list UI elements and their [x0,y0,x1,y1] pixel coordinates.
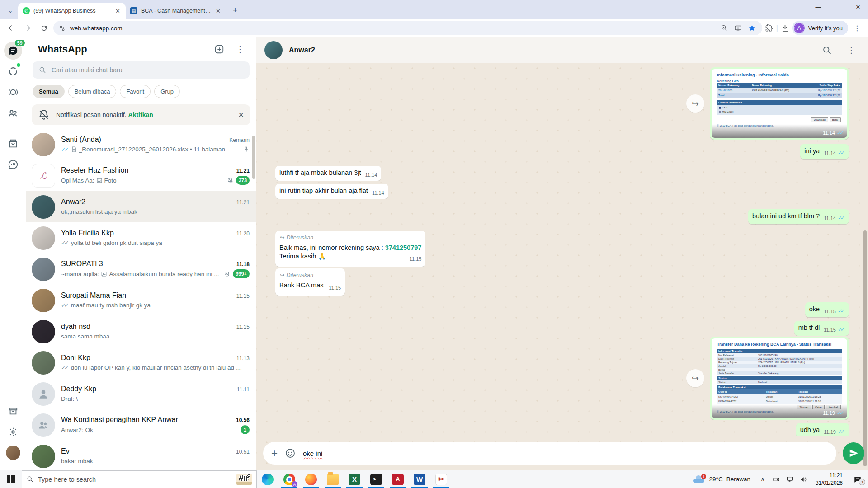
message-out-image[interactable]: Transfer Dana ke Rekening BCA Lainnya - … [710,337,849,420]
message-in[interactable]: luthfi tf aja mbak bulanan 3jt11.14 [275,166,381,181]
banner-close-icon[interactable]: ✕ [238,111,244,119]
bookmark-star-icon[interactable] [748,24,756,32]
filter-chip-belum-dibaca[interactable]: Belum dibaca [68,85,117,98]
taskbar-chrome[interactable]: A [278,470,300,488]
conversation-header[interactable]: Anwar2 ⋮ [256,37,868,63]
rail-archived[interactable] [4,402,22,420]
taskbar-snipping-tool[interactable]: ✂ [430,470,452,488]
chat-list-item[interactable]: Wa Kordinasi penagihan KKP Anwar10.56Anw… [26,409,256,441]
chat-list-item[interactable]: Suropati Mama Fian11.15✓✓maaf mau ty msh… [26,285,256,316]
contact-name[interactable]: Anwar2 [289,46,816,54]
omnibox[interactable]: web.whatsapp.com [53,21,762,35]
extensions-icon[interactable] [765,24,774,33]
chat-list-item[interactable]: Ev10.51bakar mbak [26,441,256,470]
filter-chip-favorit[interactable]: Favorit [120,85,151,98]
banner-activate-link[interactable]: Aktifkan [128,111,153,118]
chat-menu-icon[interactable]: ⋮ [844,45,858,55]
taskbar-edge[interactable] [257,470,278,488]
message-in[interactable]: ini rutin tiap akhir bulan aja flat11.14 [275,184,388,199]
rail-status[interactable] [4,62,22,80]
new-tab-button[interactable]: + [229,4,241,17]
search-input[interactable]: Cari atau mulai chat baru [33,61,250,79]
tab-close-icon[interactable]: ✕ [114,8,121,14]
action-center[interactable]: 3 [847,470,868,488]
message-out-image[interactable]: Informasi Rekening - Informasi SaldoReke… [710,67,849,140]
url-text[interactable]: web.whatsapp.com [70,25,716,32]
sidebar-menu-icon[interactable]: ⋮ [233,44,247,54]
chat-scrollbar[interactable] [863,230,867,466]
rail-chats[interactable]: 59 [4,42,22,60]
chat-list-item[interactable]: Anwar211.21ok,,masukin list aja ya mbak [26,191,256,222]
taskbar-word[interactable]: W [409,470,430,488]
taskbar-terminal[interactable]: >_ [365,470,387,488]
taskbar-weather[interactable]: ! 29°C Berawan [689,470,755,488]
message-out[interactable]: ini ya11.14✓✓ [800,144,849,159]
taskbar-acrobat[interactable]: A [387,470,409,488]
filter-chip-semua[interactable]: Semua [33,85,65,98]
taskbar-excel[interactable]: X [344,470,365,488]
chat-name: dyah nsd [61,323,233,331]
send-button[interactable] [843,442,864,464]
rail-settings[interactable] [4,423,22,441]
maximize-button[interactable] [828,0,848,14]
message-in[interactable]: ↪DiteruskanBaik mas, ini nomor rekening … [275,231,425,267]
chat-list-item[interactable]: Santi (Anda)Kemarin✓✓_Renemurasi_2712202… [26,129,256,160]
chat-list-item[interactable]: Yolla Fricilia Kkp11.20✓✓yolla td beli g… [26,222,256,253]
search-icon [39,66,46,74]
back-icon[interactable] [5,21,18,35]
zoom-icon[interactable] [721,24,728,32]
sidebar-scrollbar[interactable] [252,136,255,179]
rail-communities[interactable] [4,104,22,122]
message-out[interactable]: bulan ini ud km tf blm ?11.14✓✓ [748,209,849,224]
chat-list-item[interactable]: dyah nsd11.15sama sama mbaa [26,316,256,347]
browser-menu-icon[interactable]: ⋮ [851,24,863,33]
tab-close-icon[interactable]: ✕ [215,8,222,14]
tray-network-icon[interactable] [784,476,796,483]
attach-plus-icon[interactable]: + [271,447,278,460]
rail-catalog[interactable] [4,135,22,153]
profile-button[interactable]: A Verify it's you [792,21,848,35]
chat-preview-sender: Opi Mas Aa: [61,177,94,184]
search-highlight-zebra-image[interactable] [236,474,252,485]
chat-search-icon[interactable] [822,46,832,55]
tab-whatsapp[interactable]: ✆ (59) WhatsApp Business ✕ [18,3,126,19]
rail-profile-avatar[interactable] [4,444,22,462]
tray-expand-chevron-icon[interactable]: ∧ [757,476,769,483]
save-screen-icon[interactable] [734,24,742,32]
taskbar-search[interactable]: Type here to search [22,470,257,488]
message-out[interactable]: udh ya11.19✓✓ [796,423,849,436]
filter-chip-grup[interactable]: Grup [154,85,180,98]
forward-message-button[interactable]: ↪ [686,94,704,113]
composer[interactable]: + oke ini [263,442,836,465]
message-input[interactable]: oke ini [303,450,322,457]
forward-icon[interactable] [21,21,34,35]
forward-message-button[interactable]: ↪ [686,369,704,387]
emoji-sticker-icon[interactable] [285,448,296,459]
message-in[interactable]: ↪DiteruskanBank BCA mas11.15 [275,268,345,296]
chat-list-item[interactable]: SUROPATI 311.18~mama aqilla:Assalamualai… [26,253,256,285]
chat-list-item[interactable]: Deddy Kkp11.11Draf:\ [26,378,256,409]
notification-banner[interactable]: Notifikasi pesan nonaktif. Aktifkan ✕ [32,104,250,125]
site-info-icon[interactable] [59,25,66,32]
taskbar-clock[interactable]: 11:21 31/01/2026 [811,470,847,488]
minimize-button[interactable]: — [808,0,828,14]
contact-avatar[interactable] [264,41,283,59]
tab-bca[interactable]: ▤ BCA - Cash Management Syste ✕ [126,3,226,19]
read-ticks-icon: ✓✓ [838,308,845,314]
message-out[interactable]: oke11.15✓✓ [805,302,849,317]
reload-icon[interactable] [37,21,51,35]
taskbar-firefox[interactable] [300,470,322,488]
start-button[interactable] [0,470,22,488]
new-chat-icon[interactable] [214,44,224,54]
rail-channels[interactable] [4,83,22,101]
taskbar-file-explorer[interactable] [322,470,344,488]
tray-volume-icon[interactable] [797,476,809,483]
downloads-icon[interactable] [781,24,789,33]
rail-business-tools[interactable] [4,155,22,174]
chat-list-item[interactable]: Doni Kkp11.13✓✓don lu lapor OP kan y, kl… [26,347,256,378]
tab-search-chevron-icon[interactable]: ⌄ [4,5,17,17]
chat-list-item[interactable]: ℒReseler Haz Fashion11.21Opi Mas Aa:Foto… [26,160,256,191]
tray-meet-now-icon[interactable] [770,476,782,483]
close-button[interactable]: ✕ [848,0,868,14]
message-out[interactable]: mb tf dl11.15✓✓ [794,321,849,336]
